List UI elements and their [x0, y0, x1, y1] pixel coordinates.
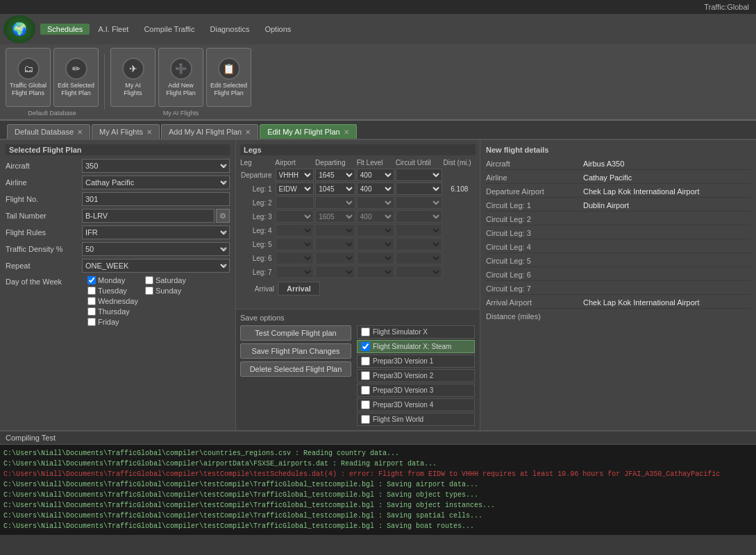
checkbox-p3d-v4[interactable] [361, 400, 370, 409]
detail-circuit1-label: Circuit Leg: 1 [486, 201, 583, 210]
checkbox-friday[interactable] [87, 318, 96, 326]
checkbox-monday[interactable] [87, 276, 96, 284]
test-compile-button[interactable]: Test Compile Flight plan [240, 325, 351, 341]
leg7-circuit-select[interactable] [396, 266, 442, 278]
checkbox-tuesday[interactable] [87, 287, 96, 295]
checkbox-wednesday[interactable] [87, 297, 96, 305]
leg7-flt-select[interactable] [357, 266, 394, 278]
traffic-global-icon: 🗂 [17, 58, 40, 80]
checkbox-p3d-v1[interactable] [361, 357, 370, 366]
menu-item-options[interactable]: Options [258, 24, 298, 35]
checkbox-p3d-v3[interactable] [361, 386, 370, 395]
close-my-ai-flights[interactable]: ✕ [146, 128, 152, 136]
compile-output[interactable]: C:\Users\Niall\Documents\TrafficGlobal\c… [0, 445, 756, 535]
tab-default-db[interactable]: Default Database ✕ [7, 124, 90, 139]
leg5-circuit-select[interactable] [396, 238, 442, 250]
leg5-row: Leg: 5 [240, 238, 476, 250]
aircraft-select[interactable]: 350 [82, 159, 230, 173]
checkbox-fsx[interactable] [361, 327, 370, 336]
leg1-flt-select[interactable]: 400 [357, 182, 394, 195]
checkbox-fswx[interactable] [361, 415, 370, 424]
leg2-row: Leg: 2 [240, 196, 476, 209]
tab-my-ai-flights[interactable]: My AI Flights ✕ [92, 124, 160, 139]
leg5-time-select[interactable] [315, 238, 355, 250]
departure-airport-select[interactable]: VHHH [276, 169, 314, 181]
add-new-btn[interactable]: ➕ Add NewFlight Plan [158, 48, 203, 107]
checkbox-sunday[interactable] [145, 287, 153, 295]
sim-p3d-v4-label: Prepar3D Version 4 [373, 401, 433, 409]
day-friday[interactable]: Friday [87, 318, 138, 326]
leg4-flt-select[interactable] [357, 224, 394, 237]
leg3-time-select[interactable]: 1605 [315, 210, 355, 223]
leg6-circuit-select[interactable] [396, 252, 442, 264]
departure-row: Departure VHHH 1645 400 [240, 169, 476, 181]
tail-number-input[interactable] [82, 209, 215, 223]
detail-departure-value: Chek Lap Kok International Airport [583, 187, 750, 196]
leg5-flt-select[interactable] [357, 238, 394, 250]
checkbox-saturday[interactable] [145, 276, 153, 284]
tail-number-label: Tail Number [6, 212, 82, 220]
menu-item-schedules[interactable]: Schedules [40, 24, 90, 35]
edit-selected-icon: ✏ [65, 58, 87, 80]
traffic-density-select[interactable]: 50 [82, 242, 230, 256]
leg5-airport-select[interactable] [276, 238, 314, 250]
flight-no-input[interactable] [82, 192, 230, 206]
menu-item-diagnostics[interactable]: Diagnostics [203, 24, 257, 35]
leg4-airport-select[interactable] [276, 224, 314, 237]
edit-selected-2-icon: 📋 [218, 58, 240, 80]
edit-selected-2-btn[interactable]: 📋 Edit SelectedFlight Plan [206, 48, 251, 107]
leg2-airport-select[interactable] [276, 196, 314, 209]
leg1-time-select[interactable]: 1045 [315, 182, 355, 195]
flight-no-label: Flight No. [6, 195, 82, 203]
airline-select[interactable]: Cathay Pacific [82, 176, 230, 189]
my-ai-flights-btn[interactable]: ✈ My AIFlights [110, 48, 156, 107]
leg4-circuit-select[interactable] [396, 224, 442, 237]
leg2-flt-select[interactable] [357, 196, 394, 209]
day-tuesday[interactable]: Tuesday [87, 287, 138, 295]
flight-rules-select[interactable]: IFR [82, 225, 230, 239]
day-thursday[interactable]: Thursday [87, 307, 138, 316]
tab-edit-my-ai[interactable]: Edit My AI Flight Plan ✕ [260, 124, 357, 139]
checkbox-fsx-steam[interactable] [361, 342, 370, 351]
close-edit-my-ai[interactable]: ✕ [344, 128, 349, 136]
day-saturday[interactable]: Saturday [145, 276, 186, 284]
leg3-circuit-select[interactable] [396, 210, 442, 223]
tab-add-my-ai[interactable]: Add My AI Flight Plan ✕ [161, 124, 258, 139]
leg3-airport-select[interactable] [276, 210, 314, 223]
leg6-airport-select[interactable] [276, 252, 314, 264]
leg7-time-select[interactable] [315, 266, 355, 278]
day-wednesday[interactable]: Wednesday [87, 297, 138, 305]
leg4-time-select[interactable] [315, 224, 355, 237]
leg7-airport-select[interactable] [276, 266, 314, 278]
traffic-global-btn[interactable]: 🗂 Traffic GlobalFlight Plans [6, 48, 51, 107]
selected-flight-plan-title: Selected Flight Plan [6, 144, 230, 155]
leg6-flt-select[interactable] [357, 252, 394, 264]
tail-gear-button[interactable]: ⚙ [216, 209, 230, 223]
save-buttons-group: Test Compile Flight plan Save Flight Pla… [240, 325, 351, 426]
menu-item-ai-fleet[interactable]: A.I. Fleet [91, 24, 135, 35]
day-sunday[interactable]: Sunday [145, 287, 186, 295]
leg2-time-select[interactable] [315, 196, 355, 209]
repeat-select[interactable]: ONE_WEEK [82, 259, 230, 273]
edit-selected-btn[interactable]: ✏ Edit SelectedFlight Plan [53, 48, 99, 107]
delete-button[interactable]: Delete Selected Flight Plan [240, 361, 351, 377]
leg6-time-select[interactable] [315, 252, 355, 264]
checkbox-p3d-v2[interactable] [361, 371, 370, 380]
sim-option-p3d-v3: Prepar3D Version 3 [357, 384, 475, 397]
leg3-flt-select[interactable]: 400 [357, 210, 394, 223]
departure-time-select[interactable]: 1645 [315, 169, 355, 181]
departure-circuit-select[interactable] [396, 169, 442, 181]
departure-flt-select[interactable]: 400 [357, 169, 394, 181]
close-add-my-ai[interactable]: ✕ [245, 128, 251, 136]
menu-item-compile-traffic[interactable]: Compile Traffic [137, 24, 201, 35]
detail-arrival-value: Chek Lap Kok International Airport [583, 298, 750, 307]
leg1-circuit-select[interactable] [396, 182, 442, 195]
close-default-db[interactable]: ✕ [77, 128, 83, 136]
checkbox-thursday[interactable] [87, 307, 96, 316]
day-monday[interactable]: Monday [87, 276, 138, 284]
leg1-airport-select[interactable]: EIDW [276, 182, 314, 195]
save-changes-button[interactable]: Save Flight Plan Changes [240, 343, 351, 359]
detail-airline-label: Airline [486, 173, 583, 182]
leg2-circuit-select[interactable] [396, 196, 442, 209]
day-of-week-section: Day of the Week Monday Tuesday Wednesday… [6, 276, 230, 326]
